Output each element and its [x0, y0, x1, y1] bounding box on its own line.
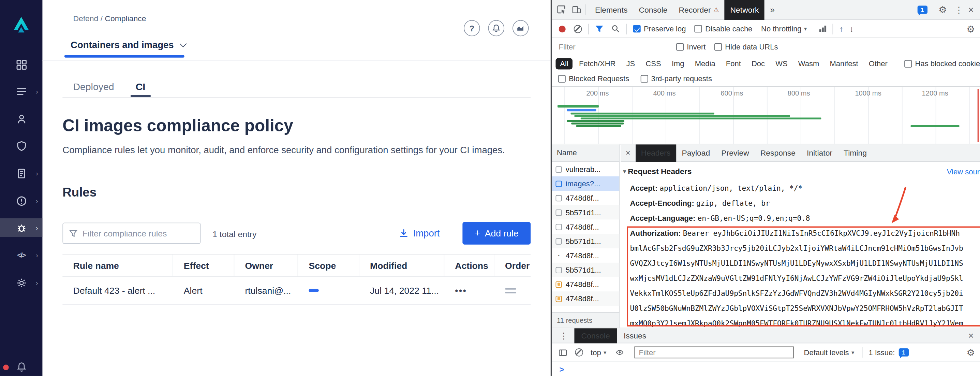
sidebar-item-settings[interactable]: ›: [0, 273, 43, 292]
request-row[interactable]: 4748d8f...: [552, 277, 619, 292]
request-headers-section[interactable]: ▾ Request Headers: [623, 167, 692, 176]
console-filter-input[interactable]: [635, 346, 794, 358]
sidebar-item-inventory[interactable]: [0, 110, 43, 128]
issues-counter-badge[interactable]: 1: [917, 5, 927, 14]
disable-cache-checkbox[interactable]: Disable cache: [695, 24, 752, 33]
request-row-selected[interactable]: images?...: [552, 177, 619, 191]
tab-network[interactable]: Network: [725, 0, 765, 20]
view-source-link[interactable]: View source: [947, 167, 980, 177]
tab-ci[interactable]: CI: [136, 81, 145, 92]
context-selector[interactable]: top ▾: [590, 348, 606, 357]
drag-handle-icon[interactable]: [505, 288, 516, 293]
name-column-header[interactable]: Name: [552, 144, 619, 162]
issue-count-label[interactable]: 1 Issue:: [869, 348, 895, 357]
more-tabs-button[interactable]: »: [765, 0, 780, 20]
rules-filter-input[interactable]: [83, 229, 186, 238]
sidebar-item-notifications[interactable]: [0, 357, 43, 376]
pill-other[interactable]: Other: [864, 58, 892, 69]
throttling-dropdown[interactable]: No throttling ▾: [761, 24, 807, 33]
view-selector[interactable]: Containers and images: [71, 39, 186, 50]
pill-img[interactable]: Img: [667, 58, 689, 69]
tab-console-drawer[interactable]: Console: [574, 328, 617, 343]
pill-wasm[interactable]: Wasm: [794, 58, 824, 69]
console-sidebar-icon[interactable]: [558, 348, 567, 357]
network-settings-gear-icon[interactable]: ⚙: [967, 24, 975, 33]
import-har-icon[interactable]: ↑: [839, 24, 843, 33]
clear-console-icon[interactable]: [575, 348, 583, 357]
request-row[interactable]: 4748d8f...: [552, 219, 619, 234]
kebab-menu-icon[interactable]: ⋮: [952, 5, 966, 15]
pill-js[interactable]: JS: [622, 58, 640, 69]
sidebar-item-security[interactable]: [0, 137, 43, 155]
sidebar-item-workloads[interactable]: ›: [0, 82, 43, 100]
preserve-log-checkbox[interactable]: Preserve log: [633, 24, 686, 33]
tab-issues[interactable]: Issues: [617, 328, 653, 343]
pill-doc[interactable]: Doc: [747, 58, 769, 69]
import-button[interactable]: Import: [399, 228, 439, 238]
console-prompt[interactable]: >: [552, 362, 980, 376]
has-blocked-cookies-checkbox[interactable]: Has blocked cookies: [904, 59, 980, 68]
pill-manifest[interactable]: Manifest: [826, 58, 863, 69]
close-devtools-button[interactable]: ×: [966, 5, 976, 15]
network-conditions-icon[interactable]: [819, 25, 826, 32]
live-expression-eye-icon[interactable]: [615, 348, 624, 357]
close-detail-button[interactable]: ×: [620, 148, 635, 157]
invert-checkbox[interactable]: Invert: [676, 43, 705, 51]
sidebar-item-code[interactable]: </> ›: [0, 246, 43, 264]
log-levels-dropdown[interactable]: Default levels ▾: [804, 348, 854, 357]
table-row[interactable]: Default 423 - alert ... Alert rtulsani@.…: [62, 277, 531, 305]
add-rule-button[interactable]: + Add rule: [462, 222, 531, 245]
request-row[interactable]: 4748d8f...: [552, 191, 619, 205]
sidebar-item-incidents[interactable]: ›: [0, 191, 43, 210]
breadcrumb-defend[interactable]: Defend: [73, 14, 98, 23]
request-row[interactable]: 5b571d1...: [552, 263, 619, 277]
network-filter-row: Invert Hide data URLs: [552, 38, 980, 56]
tab-timing[interactable]: Timing: [838, 144, 873, 161]
usage-button[interactable]: [512, 20, 529, 37]
request-row[interactable]: vulnerab...: [552, 162, 619, 177]
inspect-icon[interactable]: [557, 5, 566, 14]
issue-count-badge[interactable]: 1: [899, 348, 908, 357]
console-settings-gear-icon[interactable]: ⚙: [967, 348, 975, 357]
request-row[interactable]: ·4748d8f...: [552, 249, 619, 263]
tab-payload[interactable]: Payload: [676, 144, 716, 161]
tab-deployed[interactable]: Deployed: [73, 81, 114, 92]
tab-elements[interactable]: Elements: [589, 0, 633, 20]
request-row[interactable]: 4748d8f...: [552, 292, 619, 306]
tab-preview[interactable]: Preview: [716, 144, 755, 161]
alerts-button[interactable]: [488, 20, 504, 37]
tab-headers[interactable]: Headers: [635, 144, 676, 161]
settings-gear-icon[interactable]: ⚙: [939, 5, 947, 14]
network-filter-input[interactable]: [559, 43, 665, 51]
device-toolbar-icon[interactable]: [572, 5, 581, 14]
blocked-requests-checkbox[interactable]: Blocked Requests: [558, 74, 629, 83]
pill-media[interactable]: Media: [690, 58, 720, 69]
pill-all[interactable]: All: [555, 58, 573, 69]
clear-icon[interactable]: [574, 25, 582, 33]
help-button[interactable]: ?: [464, 20, 480, 37]
record-button[interactable]: [559, 25, 566, 32]
request-row[interactable]: 5b571d1...: [552, 234, 619, 249]
sidebar-item-defend[interactable]: ›: [0, 218, 43, 237]
pill-font[interactable]: Font: [722, 58, 745, 69]
pill-fetch-xhr[interactable]: Fetch/XHR: [574, 58, 620, 69]
export-har-icon[interactable]: ↓: [850, 24, 854, 33]
pill-css[interactable]: CSS: [641, 58, 666, 69]
tab-initiator[interactable]: Initiator: [801, 144, 838, 161]
pill-ws[interactable]: WS: [771, 58, 792, 69]
tab-response[interactable]: Response: [755, 144, 801, 161]
drawer-kebab-icon[interactable]: ⋮: [557, 331, 571, 341]
actions-menu-button[interactable]: •••: [455, 285, 467, 295]
tab-recorder[interactable]: Recorder ⚠: [673, 0, 725, 20]
third-party-checkbox[interactable]: 3rd-party requests: [640, 74, 712, 83]
sidebar-item-dashboard[interactable]: [0, 55, 43, 74]
request-row[interactable]: 5b571d1...: [552, 205, 619, 219]
close-drawer-button[interactable]: ×: [966, 330, 976, 341]
search-icon[interactable]: [611, 24, 620, 33]
aqua-logo[interactable]: [10, 14, 32, 36]
network-overview[interactable]: 200 ms 400 ms 600 ms 800 ms 1000 ms 1200…: [552, 87, 980, 145]
hide-data-urls-checkbox[interactable]: Hide data URLs: [714, 43, 778, 51]
filter-funnel-icon[interactable]: [595, 25, 604, 33]
sidebar-item-policies[interactable]: ›: [0, 164, 43, 183]
tab-console[interactable]: Console: [633, 0, 673, 20]
